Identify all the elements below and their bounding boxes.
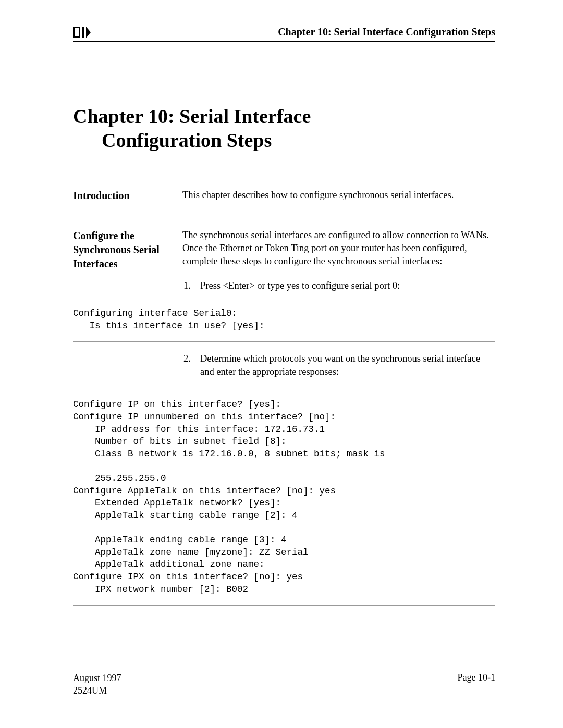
chapter-title: Chapter 10: Serial Interface Configurati… — [73, 105, 495, 152]
step-2-row: 2. Determine which protocols you want on… — [73, 352, 495, 378]
footer-left: August 1997 2524UM — [73, 672, 121, 697]
step-2-spacer — [73, 352, 167, 378]
step-1-text: Press <Enter> or type yes to configure s… — [200, 279, 400, 292]
step-2-body: 2. Determine which protocols you want on… — [182, 352, 495, 378]
step-2-text: Determine which protocols you want on th… — [200, 352, 495, 378]
chapter-title-line2: Configuration Steps — [73, 129, 495, 153]
section-label-configure: Configure the Synchronous Serial Interfa… — [73, 229, 167, 271]
header-chapter-title: Chapter 10: Serial Interface Configurati… — [278, 26, 495, 38]
footer-date: August 1997 — [73, 672, 121, 684]
logo-icon — [73, 27, 91, 38]
section-body-introduction: This chapter describes how to configure … — [182, 189, 495, 202]
chapter-title-line1: Chapter 10: Serial Interface — [73, 105, 495, 129]
section-configure: Configure the Synchronous Serial Interfa… — [73, 229, 495, 292]
footer-page-number: Page 10-1 — [458, 672, 495, 697]
section-introduction: Introduction This chapter describes how … — [73, 189, 495, 203]
svg-rect-2 — [82, 27, 84, 38]
svg-rect-1 — [75, 28, 79, 36]
page-header: Chapter 10: Serial Interface Configurati… — [73, 26, 495, 42]
section-label-introduction: Introduction — [73, 189, 167, 203]
step-2-number: 2. — [183, 352, 193, 378]
code-block-protocols: Configure IP on this interface? [yes]: C… — [73, 389, 495, 606]
step-1-number: 1. — [183, 279, 193, 292]
page-footer: August 1997 2524UM Page 10-1 — [73, 667, 495, 697]
step-1: 1. Press <Enter> or type yes to configur… — [182, 279, 495, 292]
step-2: 2. Determine which protocols you want on… — [182, 352, 495, 378]
footer-doc-id: 2524UM — [73, 685, 121, 697]
configure-body-text: The synchronous serial interfaces are co… — [182, 229, 495, 268]
section-body-configure: The synchronous serial interfaces are co… — [182, 229, 495, 292]
code-block-serial0: Configuring interface Serial0: Is this i… — [73, 298, 495, 342]
